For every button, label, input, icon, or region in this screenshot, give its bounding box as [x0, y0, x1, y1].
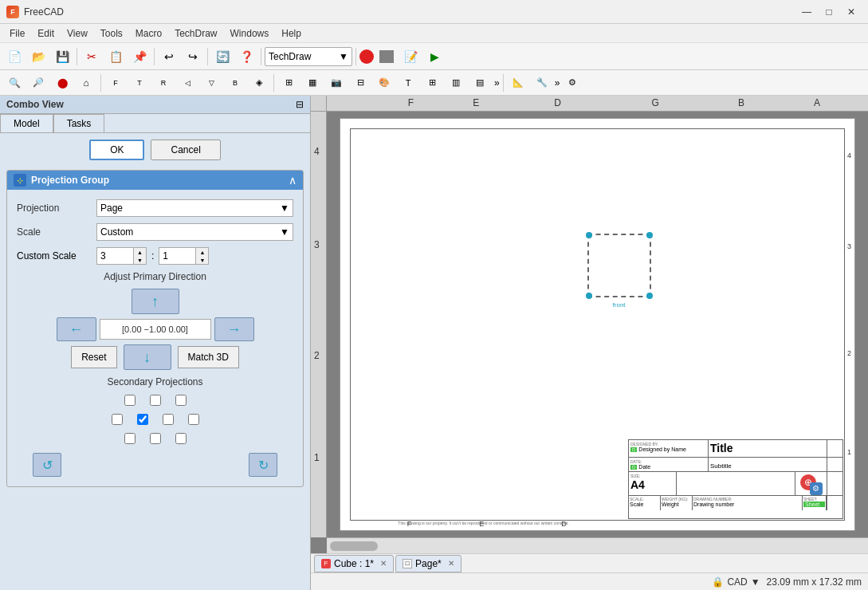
macro-edit-button[interactable]: 📝 — [399, 46, 422, 67]
right-view-button[interactable]: R — [152, 73, 175, 93]
copy-button[interactable]: 📋 — [104, 46, 127, 67]
redo-button[interactable]: ↪ — [182, 46, 204, 67]
denominator-up-arrow[interactable]: ▲ — [195, 248, 208, 256]
direction-right-button[interactable]: → — [214, 317, 254, 341]
checkbox-5[interactable] — [137, 414, 148, 425]
cancel-button[interactable]: Cancel — [151, 140, 220, 160]
tab-cube-close[interactable]: ✕ — [380, 559, 387, 568]
paste-button[interactable]: 📌 — [128, 46, 151, 67]
checkbox-6[interactable] — [163, 414, 174, 425]
camera-button[interactable]: 📷 — [325, 73, 348, 93]
numerator-up-arrow[interactable]: ▲ — [133, 248, 146, 256]
front-view-button[interactable]: F — [104, 73, 127, 93]
cut-button[interactable]: ✂ — [81, 46, 103, 67]
inspect-button[interactable]: 🔧 — [531, 73, 553, 93]
direction-left-button[interactable]: ← — [57, 317, 96, 341]
cb4[interactable] — [109, 411, 125, 427]
checkbox-3[interactable] — [175, 395, 187, 406]
cb5-checked[interactable] — [135, 411, 151, 427]
top-view-button[interactable]: T — [128, 73, 151, 93]
menu-edit[interactable]: Edit — [31, 26, 61, 41]
bottom-view-button[interactable]: ▽ — [200, 73, 222, 93]
menu-view[interactable]: View — [61, 26, 94, 41]
annotation-button[interactable]: T — [397, 73, 419, 93]
menu-file[interactable]: File — [3, 26, 31, 41]
cb3[interactable] — [173, 392, 189, 408]
cb9[interactable] — [147, 431, 163, 446]
refresh-button[interactable]: 🔄 — [211, 46, 234, 67]
handle-tl[interactable] — [586, 232, 592, 238]
scrollbar-thumb-h[interactable] — [330, 541, 378, 551]
back-view-button[interactable]: B — [224, 73, 246, 93]
checkbox-7[interactable] — [188, 414, 199, 425]
fit-selection-button[interactable]: 🔎 — [27, 73, 49, 93]
options-button[interactable]: ⚙ — [561, 73, 583, 93]
horizontal-scrollbar[interactable] — [327, 537, 868, 553]
fit-all-button[interactable]: 🔍 — [3, 73, 26, 93]
match3d-button[interactable]: Match 3D — [178, 346, 239, 368]
cb2[interactable] — [147, 392, 163, 408]
denominator-down-arrow[interactable]: ▼ — [195, 256, 208, 264]
workbench-dropdown[interactable]: TechDraw ▼ — [265, 47, 352, 66]
combo-expand-button[interactable]: ⊟ — [296, 99, 304, 110]
macro-record-button[interactable] — [359, 49, 374, 64]
menu-help[interactable]: Help — [275, 26, 308, 41]
tab-cube[interactable]: F Cube : 1* ✕ — [314, 555, 394, 572]
custom-scale-denominator-spinbox[interactable]: ▲ ▼ — [159, 247, 209, 265]
help-button[interactable]: ❓ — [235, 46, 257, 67]
checkbox-2[interactable] — [150, 395, 161, 406]
menu-macro[interactable]: Macro — [129, 26, 168, 41]
close-button[interactable]: ✕ — [841, 4, 862, 20]
open-button[interactable]: 📂 — [27, 46, 49, 67]
checkbox-10[interactable] — [175, 433, 187, 444]
direction-up-button[interactable]: ↑ — [132, 289, 179, 314]
rotate-cw-button[interactable]: ↻ — [249, 453, 277, 477]
cb7[interactable] — [186, 411, 202, 427]
pattern-button[interactable]: ▥ — [445, 73, 467, 93]
scale-select[interactable]: Custom ▼ — [96, 223, 293, 241]
macro-stop-button[interactable] — [375, 46, 398, 67]
rotate-ccw-button[interactable]: ↺ — [33, 453, 61, 477]
new-button[interactable]: 📄 — [3, 46, 26, 67]
view-group-button[interactable]: ⊞ — [277, 73, 300, 93]
view-options-button[interactable]: ▦ — [301, 73, 324, 93]
menu-techdraw[interactable]: TechDraw — [168, 26, 223, 41]
draw-style-button[interactable]: ⬤ — [51, 73, 73, 93]
hatch-button[interactable]: ▤ — [469, 73, 491, 93]
ok-button[interactable]: OK — [89, 140, 144, 160]
collapse-button[interactable]: ∧ — [289, 174, 297, 187]
cb6[interactable] — [160, 411, 176, 427]
minimize-button[interactable]: — — [796, 4, 817, 20]
maximize-button[interactable]: □ — [819, 4, 839, 20]
checkbox-8[interactable] — [124, 433, 136, 444]
left-view-button[interactable]: ◁ — [176, 73, 198, 93]
tab-tasks[interactable]: Tasks — [53, 114, 105, 132]
direction-down-button[interactable]: ↓ — [124, 344, 171, 370]
section-button[interactable]: ⊟ — [349, 73, 371, 93]
checkbox-1[interactable] — [124, 395, 136, 406]
checkbox-9[interactable] — [150, 433, 161, 444]
custom-scale-numerator-input[interactable] — [97, 248, 133, 264]
reset-button[interactable]: Reset — [71, 346, 116, 368]
tab-page-close[interactable]: ✕ — [448, 559, 454, 568]
numerator-down-arrow[interactable]: ▼ — [133, 256, 146, 264]
cb1[interactable] — [122, 392, 138, 408]
drawing-paper[interactable]: 4 3 2 1 F E D f — [340, 118, 855, 531]
menu-windows[interactable]: Windows — [224, 26, 276, 41]
undo-button[interactable]: ↩ — [158, 46, 180, 67]
macro-run-button[interactable]: ▶ — [423, 46, 446, 67]
projection-select[interactable]: Page ▼ — [96, 199, 293, 217]
home-button[interactable]: ⌂ — [75, 73, 97, 93]
isometric-button[interactable]: ◈ — [248, 73, 270, 93]
tab-page[interactable]: □ Page* ✕ — [395, 555, 461, 572]
custom-scale-numerator-spinbox[interactable]: ▲ ▼ — [96, 247, 147, 265]
tab-model[interactable]: Model — [0, 114, 53, 132]
custom-scale-denominator-input[interactable] — [159, 248, 195, 264]
checkbox-4[interactable] — [112, 414, 123, 425]
save-button[interactable]: 💾 — [51, 46, 73, 67]
measure-button[interactable]: 📐 — [507, 73, 529, 93]
table-button[interactable]: ⊞ — [421, 73, 443, 93]
cad-dropdown-arrow[interactable]: ▼ — [751, 576, 760, 588]
texture-button[interactable]: 🎨 — [373, 73, 395, 93]
cb10[interactable] — [173, 431, 189, 446]
